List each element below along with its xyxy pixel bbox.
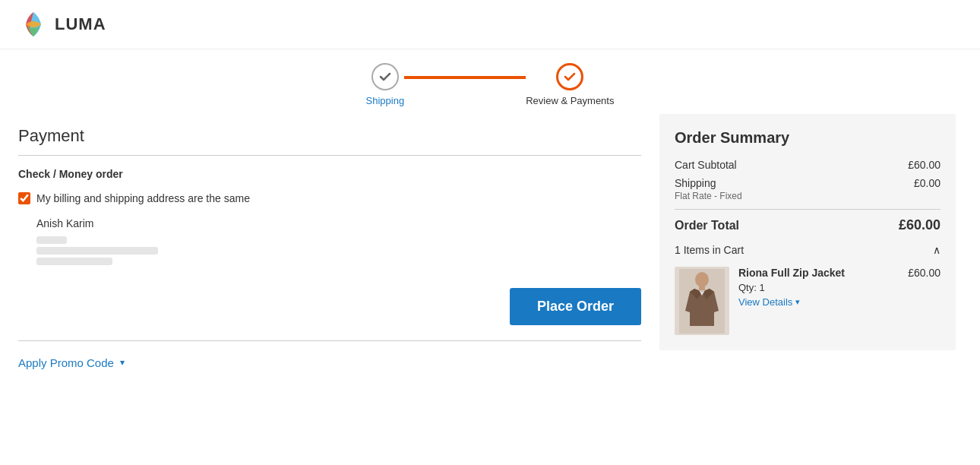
address-line1	[36, 236, 67, 244]
cart-item-row: Riona Full Zip Jacket Qty: 1 View Detail…	[675, 267, 940, 335]
cart-item-name: Riona Full Zip Jacket	[738, 267, 845, 279]
view-details-link[interactable]: View Details ▾	[738, 296, 845, 308]
left-panel: Payment Check / Money order My billing a…	[18, 114, 641, 447]
cart-item: Riona Full Zip Jacket Qty: 1 View Detail…	[675, 267, 845, 335]
logo-wrapper: LUMA	[18, 9, 106, 40]
billing-same-checkbox[interactable]	[18, 192, 30, 204]
place-order-row: Place Order	[18, 288, 641, 325]
promo-chevron-icon: ▾	[120, 357, 125, 368]
billing-checkbox-label: My billing and shipping address are the …	[36, 192, 250, 204]
step-review-payments: Review & Payments	[526, 63, 614, 106]
promo-row[interactable]: Apply Promo Code ▾	[18, 356, 641, 369]
chevron-up-icon: ∧	[933, 244, 940, 256]
view-details-chevron-icon: ▾	[795, 297, 800, 307]
step-line-1	[404, 76, 526, 79]
luma-logo-icon	[18, 9, 49, 40]
step-review-payments-circle	[556, 63, 583, 90]
cart-subtotal-label: Cart Subtotal	[675, 159, 737, 171]
shipping-value: £0.00	[914, 177, 940, 189]
order-total-label: Order Total	[675, 219, 739, 232]
order-total-row: Order Total £60.00	[675, 217, 940, 233]
place-order-button[interactable]: Place Order	[510, 288, 641, 325]
header: LUMA	[0, 0, 980, 49]
step-review-payments-label: Review & Payments	[526, 95, 614, 106]
svg-rect-3	[699, 286, 705, 290]
address-line3	[36, 258, 112, 265]
checkmark-active-icon	[563, 70, 577, 84]
cart-subtotal-value: £60.00	[908, 159, 940, 171]
cart-item-image	[675, 267, 729, 335]
address-name: Anish Karim	[36, 215, 641, 233]
cart-item-price: £60.00	[908, 267, 940, 279]
cart-item-qty: Qty: 1	[738, 282, 845, 293]
jacket-image-svg	[679, 269, 725, 334]
promo-label: Apply Promo Code	[18, 356, 114, 369]
summary-divider	[675, 209, 940, 210]
shipping-row: Shipping Flat Rate - Fixed £0.00	[675, 177, 940, 201]
items-in-cart-label: 1 Items in Cart	[675, 244, 744, 256]
cart-subtotal-row: Cart Subtotal £60.00	[675, 159, 940, 171]
address-line2	[36, 247, 158, 255]
main-content: Payment Check / Money order My billing a…	[0, 114, 980, 465]
cart-item-info: Riona Full Zip Jacket Qty: 1 View Detail…	[738, 267, 845, 308]
svg-point-2	[695, 272, 709, 287]
payment-title: Payment	[18, 114, 641, 156]
page-wrapper: LUMA Shipping Review & Payments	[0, 0, 980, 465]
logo-text: LUMA	[55, 14, 106, 34]
step-shipping: Shipping	[366, 63, 405, 106]
checkmark-icon	[378, 70, 392, 84]
promo-divider	[18, 340, 641, 341]
payment-method-label: Check / Money order	[18, 168, 641, 180]
checkout-steps: Shipping Review & Payments	[0, 49, 980, 114]
address-info: Anish Karim	[36, 215, 641, 265]
order-summary-title: Order Summary	[675, 129, 940, 147]
step-shipping-circle	[371, 63, 399, 90]
order-summary-panel: Order Summary Cart Subtotal £60.00 Shipp…	[659, 114, 956, 350]
shipping-label: Shipping	[675, 177, 742, 189]
items-in-cart-row[interactable]: 1 Items in Cart ∧	[675, 244, 940, 256]
order-total-value: £60.00	[899, 217, 940, 233]
shipping-label-group: Shipping Flat Rate - Fixed	[675, 177, 742, 201]
shipping-sub-label: Flat Rate - Fixed	[675, 191, 742, 201]
billing-checkbox-row: My billing and shipping address are the …	[18, 192, 641, 204]
step-shipping-label: Shipping	[366, 95, 405, 106]
view-details-label: View Details	[738, 296, 792, 308]
